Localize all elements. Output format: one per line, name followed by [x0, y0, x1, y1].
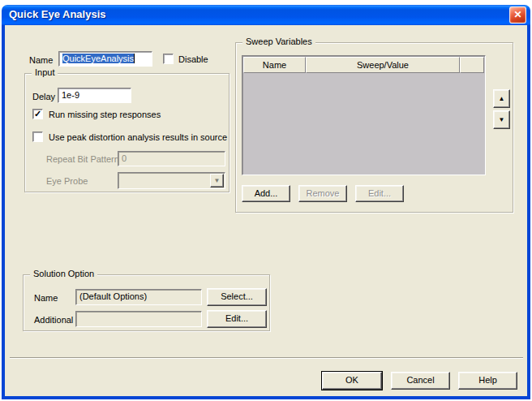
additional-field: [75, 311, 202, 327]
move-down-button[interactable]: ▼: [493, 110, 510, 129]
eye-probe-label: Eye Probe: [46, 176, 88, 186]
use-peak-distortion-checkbox[interactable]: [32, 132, 43, 142]
solution-name-field: (Default Options): [75, 289, 202, 305]
up-arrow-icon: ▲: [499, 95, 505, 102]
run-missing-steps-checkbox[interactable]: ✓: [32, 109, 43, 119]
delay-input[interactable]: 1e-9: [58, 88, 131, 103]
chevron-down-icon: ▼: [214, 177, 221, 184]
move-up-button[interactable]: ▲: [493, 89, 510, 108]
eye-probe-combobox: ▼: [118, 172, 225, 189]
checkmark-icon: ✓: [34, 109, 41, 119]
edit-sweep-button: Edit...: [355, 185, 404, 202]
additional-label: Additional: [34, 315, 73, 325]
sweep-table-body[interactable]: [243, 73, 484, 174]
solution-name-label: Name: [34, 293, 58, 303]
sweep-table-header: Name Sweep/Value: [243, 57, 484, 73]
delay-label: Delay: [32, 92, 55, 101]
disable-checkbox[interactable]: [163, 54, 174, 64]
text-caret: [134, 54, 135, 63]
repeat-bit-pattern-label: Repeat Bit Pattern: [46, 154, 119, 164]
window-title: Quick Eye Analysis: [9, 8, 105, 20]
name-label: Name: [29, 55, 53, 65]
close-button[interactable]: ✕: [509, 6, 526, 24]
title-bar[interactable]: Quick Eye Analysis ✕: [2, 5, 530, 25]
run-missing-steps-label: Run missing step responses: [49, 110, 161, 119]
sweep-variables-table[interactable]: Name Sweep/Value: [242, 55, 486, 175]
delay-input-value: 1e-9: [62, 90, 79, 100]
down-arrow-icon: ▼: [499, 116, 505, 123]
sweep-variables-title: Sweep Variables: [242, 37, 315, 46]
edit-solution-button[interactable]: Edit...: [207, 310, 267, 328]
select-button[interactable]: Select...: [207, 288, 267, 306]
column-header-name[interactable]: Name: [243, 57, 306, 73]
add-button[interactable]: Add...: [242, 185, 290, 202]
column-header-filler: [460, 57, 484, 73]
cancel-button[interactable]: Cancel: [391, 372, 450, 390]
repeat-bit-pattern-input: 0: [118, 151, 225, 166]
solution-option-title: Solution Option: [30, 269, 97, 278]
column-header-sweep-value[interactable]: Sweep/Value: [306, 57, 460, 73]
ok-button[interactable]: OK: [322, 372, 382, 390]
repeat-bit-pattern-value: 0: [122, 153, 127, 163]
screen: { "window": { "title": "Quick Eye Analys…: [0, 0, 532, 401]
close-icon: ✕: [513, 9, 521, 20]
eye-probe-dropdown-button: ▼: [210, 174, 224, 188]
help-button[interactable]: Help: [458, 372, 517, 390]
footer-separator: [10, 357, 523, 359]
use-peak-distortion-label: Use peak distortion analysis results in …: [49, 132, 227, 142]
disable-label: Disable: [178, 54, 208, 64]
input-group-title: Input: [32, 67, 58, 77]
solution-name-value: (Default Options): [79, 291, 147, 301]
name-input-value: QuickEyeAnalysis: [62, 54, 134, 63]
remove-button: Remove: [298, 185, 347, 202]
name-input[interactable]: QuickEyeAnalysis: [58, 51, 152, 67]
dialog-window: Quick Eye Analysis ✕ Name QuickEyeAnalys…: [2, 5, 530, 399]
